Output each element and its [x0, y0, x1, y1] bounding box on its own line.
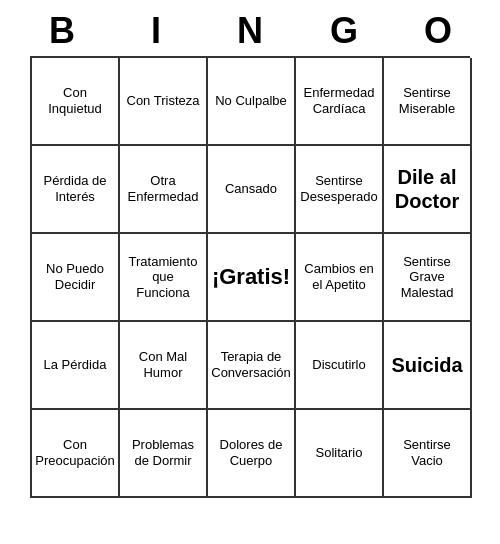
bingo-cell-1[interactable]: Con Tristeza [120, 58, 208, 146]
bingo-cell-21[interactable]: Problemas de Dormir [120, 410, 208, 498]
bingo-cell-12[interactable]: ¡Gratis! [208, 234, 296, 322]
bingo-header: B I N G O [15, 10, 485, 52]
bingo-cell-24[interactable]: Sentirse Vacio [384, 410, 472, 498]
bingo-cell-10[interactable]: No Puedo Decidir [32, 234, 120, 322]
bingo-cell-5[interactable]: Pérdida de Interés [32, 146, 120, 234]
bingo-cell-8[interactable]: Sentirse Desesperado [296, 146, 384, 234]
bingo-cell-16[interactable]: Con Mal Humor [120, 322, 208, 410]
header-b: B [18, 10, 106, 52]
bingo-cell-2[interactable]: No Culpalbe [208, 58, 296, 146]
bingo-grid: Con InquietudCon TristezaNo CulpalbeEnfe… [30, 56, 470, 498]
bingo-cell-18[interactable]: Discutirlo [296, 322, 384, 410]
bingo-cell-3[interactable]: Enfermedad Cardíaca [296, 58, 384, 146]
bingo-cell-23[interactable]: Solitario [296, 410, 384, 498]
bingo-cell-15[interactable]: La Pérdida [32, 322, 120, 410]
bingo-cell-9[interactable]: Dile al Doctor [384, 146, 472, 234]
bingo-cell-11[interactable]: Tratamiento que Funciona [120, 234, 208, 322]
bingo-cell-22[interactable]: Dolores de Cuerpo [208, 410, 296, 498]
header-o: O [394, 10, 482, 52]
header-g: G [300, 10, 388, 52]
bingo-cell-6[interactable]: Otra Enfermedad [120, 146, 208, 234]
bingo-cell-0[interactable]: Con Inquietud [32, 58, 120, 146]
header-i: I [112, 10, 200, 52]
bingo-cell-14[interactable]: Sentirse Grave Malestad [384, 234, 472, 322]
bingo-cell-7[interactable]: Cansado [208, 146, 296, 234]
header-n: N [206, 10, 294, 52]
bingo-cell-13[interactable]: Cambios en el Apetito [296, 234, 384, 322]
bingo-cell-20[interactable]: Con Preocupación [32, 410, 120, 498]
bingo-cell-17[interactable]: Terapia de Conversación [208, 322, 296, 410]
bingo-cell-19[interactable]: Suicida [384, 322, 472, 410]
bingo-cell-4[interactable]: Sentirse Miserable [384, 58, 472, 146]
